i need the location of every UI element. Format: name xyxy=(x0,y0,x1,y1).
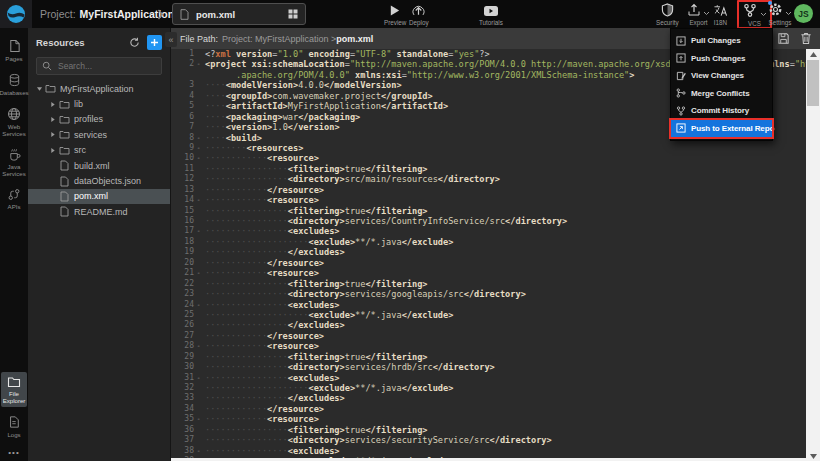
sidebar-item-file-explorer[interactable]: File Explorer xyxy=(1,372,27,407)
menu-item-push-to-external-repo[interactable]: Push to External Repo xyxy=(671,120,772,138)
settings-button[interactable]: Settings xyxy=(768,2,792,26)
tree-expand-arrow[interactable] xyxy=(48,101,58,108)
push-icon xyxy=(676,53,686,63)
vcs-button[interactable]: VCS xyxy=(737,0,772,29)
save-icon[interactable] xyxy=(777,32,790,45)
fold-marker[interactable]: - xyxy=(194,59,203,69)
tree-item-label: README.md xyxy=(74,207,128,217)
folder-icon xyxy=(58,115,71,124)
tree-expand-arrow[interactable] xyxy=(48,116,58,123)
line-number: 22 xyxy=(170,279,194,289)
sidebar-item-apis[interactable]: APIs xyxy=(1,184,27,213)
code-text: ····<groupId>com.wavemaker.project</grou… xyxy=(203,91,433,101)
file-explorer-icon xyxy=(7,376,21,388)
fold-marker[interactable]: - xyxy=(194,226,203,236)
security-icon xyxy=(661,3,674,17)
scrollbar-thumb[interactable] xyxy=(807,60,819,106)
fold-marker[interactable]: - xyxy=(194,341,203,351)
code-line: 27············</resource> xyxy=(170,331,806,341)
wavemaker-logo-icon xyxy=(6,4,26,24)
more-options-button[interactable]: ••• xyxy=(0,444,28,459)
code-text: ····<modelVersion>4.0.0</modelVersion> xyxy=(203,80,402,90)
security-button[interactable]: Security xyxy=(656,2,679,26)
fold-marker[interactable]: - xyxy=(194,446,203,456)
tree-expand-arrow[interactable] xyxy=(48,147,58,154)
sidebar-item-label: File Explorer xyxy=(1,390,27,404)
line-number: 20 xyxy=(170,258,194,268)
fold-marker[interactable]: - xyxy=(194,153,203,163)
fold-marker[interactable]: - xyxy=(194,300,203,310)
fold-marker[interactable]: - xyxy=(194,268,203,278)
open-file-tab[interactable]: pom.xml xyxy=(172,3,306,25)
sidebar-item-databases[interactable]: Databases xyxy=(1,69,27,99)
search-input[interactable] xyxy=(56,60,156,72)
sidebar-item-label: Web Services xyxy=(1,123,27,137)
tree-item-pom.xml[interactable]: pom.xml xyxy=(28,189,170,204)
tree-item-dataobjects.json[interactable]: dataObjects.json xyxy=(28,173,170,188)
vertical-scrollbar[interactable] xyxy=(806,49,820,461)
fold-marker[interactable]: - xyxy=(194,143,203,153)
line-number: 8 xyxy=(170,133,194,143)
code-line: 14-············<resource> xyxy=(170,195,806,205)
external-icon xyxy=(676,123,686,133)
fold-gutter xyxy=(194,352,203,362)
code-line: 19················</excludes> xyxy=(170,247,806,257)
collapse-panel-button[interactable]: « xyxy=(165,32,177,47)
app-logo[interactable] xyxy=(0,0,32,28)
toolbar-label: I18N xyxy=(714,19,727,26)
fold-marker[interactable]: - xyxy=(194,414,203,424)
refresh-icon[interactable] xyxy=(129,37,140,48)
user-avatar[interactable]: JS xyxy=(794,4,813,23)
fold-marker[interactable]: - xyxy=(194,373,203,383)
tree-item-lib[interactable]: lib xyxy=(28,96,170,111)
menu-item-commit-history[interactable]: Commit History xyxy=(671,102,772,120)
menu-item-label: View Changes xyxy=(691,71,744,80)
sidebar-item-logs[interactable]: Logs xyxy=(1,411,27,441)
tree-expand-arrow[interactable] xyxy=(48,131,58,138)
apis-icon xyxy=(7,188,21,201)
code-text: ············<resource> xyxy=(203,153,319,163)
tree-collapse-arrow[interactable] xyxy=(34,86,44,92)
sidebar-item-java-services[interactable]: Java Services xyxy=(1,144,27,180)
sidebar-item-pages[interactable]: Pages xyxy=(1,35,27,65)
menu-item-pull-changes[interactable]: Pull Changes xyxy=(671,32,772,50)
scroll-up-arrow[interactable] xyxy=(806,49,820,59)
tree-item-readme.md[interactable]: README.md xyxy=(28,204,170,219)
export-button[interactable]: Export xyxy=(687,2,710,26)
sidebar-item-web-services[interactable]: Web Services xyxy=(1,103,27,140)
fold-gutter xyxy=(194,80,203,90)
code-line: 21-············<resource> xyxy=(170,268,806,278)
fold-marker[interactable]: - xyxy=(194,133,203,143)
scroll-down-arrow[interactable] xyxy=(806,451,820,461)
preview-button[interactable]: Preview xyxy=(384,2,406,26)
menu-item-merge-conflicts[interactable]: Merge Conflicts xyxy=(671,85,772,103)
export-icon xyxy=(687,3,701,17)
menu-item-push-changes[interactable]: Push Changes xyxy=(671,50,772,68)
fold-gutter xyxy=(194,393,203,403)
i18n-button[interactable]: I18N xyxy=(713,2,728,26)
menu-item-view-changes[interactable]: View Changes xyxy=(671,67,772,85)
toolbar-label: Preview xyxy=(384,19,406,26)
sidebar-item-label: Java Services xyxy=(1,163,27,177)
tree-item-myfirstapplication[interactable]: MyFirstApplication xyxy=(28,81,170,96)
tree-item-build.xml[interactable]: build.xml xyxy=(28,158,170,173)
tab-grid-icon[interactable] xyxy=(288,9,298,19)
code-text: ················<filtering>true</filteri… xyxy=(203,352,428,362)
tutorials-button[interactable]: Tutorials xyxy=(479,2,503,26)
search-icon xyxy=(42,61,52,71)
line-number: 31 xyxy=(170,373,194,383)
code-line: 9-········<resources> xyxy=(170,143,806,153)
resources-panel: Resources MyFirstApplicationlibprofiless… xyxy=(28,28,171,461)
add-resource-button[interactable] xyxy=(147,35,162,50)
trash-icon[interactable] xyxy=(800,32,812,45)
fold-marker[interactable]: - xyxy=(194,195,203,205)
line-number: 4 xyxy=(170,91,194,101)
code-text: ················<directory>src/main/reso… xyxy=(203,174,500,184)
chevron-down-icon xyxy=(703,11,710,16)
tree-item-src[interactable]: src xyxy=(28,143,170,158)
line-number: 29 xyxy=(170,352,194,362)
logs-icon xyxy=(8,415,20,429)
deploy-button[interactable]: Deploy xyxy=(409,2,429,26)
tree-item-profiles[interactable]: profiles xyxy=(28,112,170,127)
tree-item-services[interactable]: services xyxy=(28,127,170,142)
